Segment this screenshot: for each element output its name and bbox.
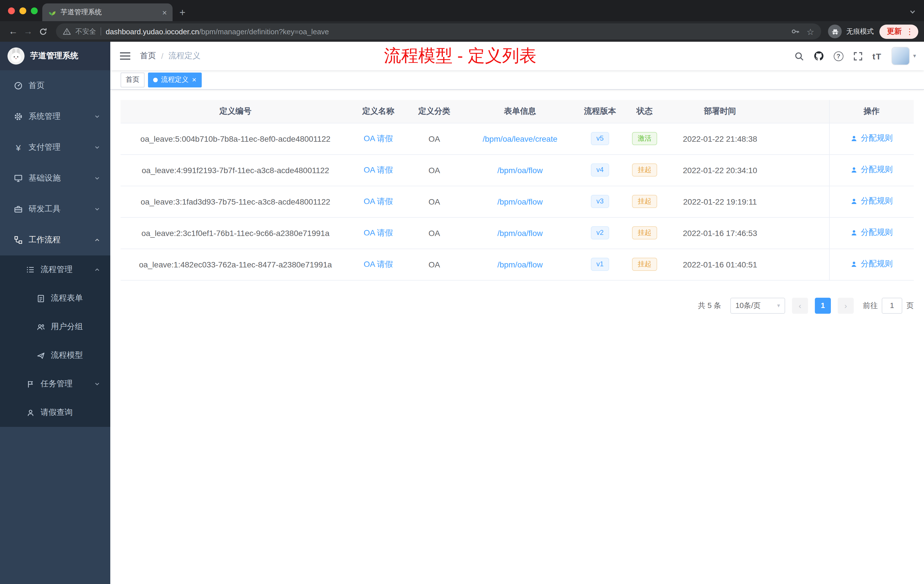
chevron-down-icon: [94, 145, 100, 150]
definition-name-link[interactable]: OA 请假: [364, 228, 393, 237]
gear-icon: [14, 112, 23, 121]
sidebar-item-label: 工作流程: [28, 235, 61, 245]
browser-toolbar: ← → 不安全 dashboard.yudao.iocoder.cn/bpm/m…: [0, 21, 924, 42]
definition-id-cell: oa_leave:3:1fad3d93-7b75-11ec-a3c8-acde4…: [120, 186, 350, 217]
update-button[interactable]: 更新 ⋮: [879, 24, 918, 39]
filler-cell: [773, 154, 829, 186]
fullscreen-icon[interactable]: [853, 51, 863, 61]
status-badge: 挂起: [632, 258, 657, 271]
version-badge: v5: [591, 132, 609, 145]
sidebar-item-payment[interactable]: ¥ 支付管理: [0, 132, 110, 163]
form-info-link[interactable]: /bpm/oa/leave/create: [483, 134, 558, 143]
help-icon[interactable]: ?: [834, 51, 843, 61]
assign-rule-link[interactable]: 分配规则: [851, 134, 893, 144]
definition-name-link[interactable]: OA 请假: [364, 196, 393, 205]
bookmark-star-icon[interactable]: ☆: [807, 27, 814, 36]
chevron-up-icon: [94, 237, 100, 243]
sidebar-item-task-management[interactable]: 任务管理: [0, 370, 110, 398]
sidebar-item-system[interactable]: 系统管理: [0, 101, 110, 132]
version-badge: v1: [591, 258, 609, 271]
breadcrumb-current: 流程定义: [168, 51, 201, 61]
sidebar-item-workflow[interactable]: 工作流程: [0, 224, 110, 256]
chevron-down-icon: [94, 206, 100, 212]
caret-down-icon: ▾: [777, 303, 780, 308]
close-icon[interactable]: ×: [192, 76, 196, 83]
assign-rule-link[interactable]: 分配规则: [851, 165, 893, 175]
navbar-actions: ? tT ▾: [794, 47, 924, 65]
assign-rule-link[interactable]: 分配规则: [851, 259, 893, 269]
assign-rule-link[interactable]: 分配规则: [851, 228, 893, 238]
status-badge: 激活: [632, 132, 657, 145]
tag-home[interactable]: 首页: [120, 72, 145, 87]
password-key-icon[interactable]: [790, 27, 800, 36]
form-info-link[interactable]: /bpm/oa/flow: [497, 260, 543, 269]
goto-page-input[interactable]: [882, 297, 902, 313]
sidebar-item-label: 研发工具: [28, 204, 61, 214]
sidebar-item-process-management[interactable]: 流程管理: [0, 256, 110, 284]
chevron-down-icon: [94, 114, 100, 119]
sidebar-item-label: 流程模型: [51, 350, 83, 361]
new-tab-button[interactable]: +: [180, 7, 185, 18]
back-button[interactable]: ←: [6, 24, 21, 39]
status-badge: 挂起: [632, 163, 657, 177]
address-bar[interactable]: 不安全 dashboard.yudao.iocoder.cn/bpm/manag…: [56, 23, 821, 40]
prev-page-button[interactable]: ‹: [792, 297, 808, 313]
tab-title: 芋道管理系统: [61, 7, 158, 17]
tab-search-icon[interactable]: [909, 7, 916, 18]
reload-button[interactable]: [35, 24, 50, 39]
page-size-select[interactable]: 10条/页 ▾: [730, 297, 785, 313]
version-badge: v2: [591, 226, 609, 239]
assign-rule-link[interactable]: 分配规则: [851, 196, 893, 206]
sidebar-logo[interactable]: 芋道管理系统: [0, 42, 110, 70]
definition-id-cell: oa_leave:2:3c1f0ef1-76b1-11ec-9c66-a2380…: [120, 217, 350, 249]
form-info-link[interactable]: /bpm/oa/flow: [497, 165, 543, 175]
minimize-window-button[interactable]: [20, 7, 26, 14]
logo-image: [7, 48, 25, 64]
page-size-value: 10条/页: [736, 300, 761, 310]
forward-button[interactable]: →: [21, 24, 35, 39]
page-number-button[interactable]: 1: [815, 297, 831, 313]
url-text: dashboard.yudao.iocoder.cn/bpm/manager/d…: [106, 27, 329, 36]
sidebar-item-process-form[interactable]: 流程表单: [0, 284, 110, 313]
definition-name-link[interactable]: OA 请假: [364, 259, 393, 268]
github-icon[interactable]: [814, 51, 824, 61]
hamburger-icon[interactable]: [110, 51, 140, 61]
sidebar-item-user-group[interactable]: 用户分组: [0, 313, 110, 341]
not-secure-label[interactable]: 不安全: [76, 26, 96, 36]
close-window-button[interactable]: [8, 7, 15, 14]
definition-name-link[interactable]: OA 请假: [364, 165, 393, 174]
table-row: oa_leave:3:1fad3d93-7b75-11ec-a3c8-acde4…: [120, 186, 914, 217]
table-header-row: 定义编号 定义名称 定义分类 表单信息 流程版本 状态 部署时间 操作: [120, 100, 914, 123]
zoom-window-button[interactable]: [31, 7, 38, 14]
tag-process-definition[interactable]: 流程定义 ×: [148, 72, 201, 87]
category-cell: OA: [406, 154, 462, 186]
version-badge: v4: [591, 163, 609, 177]
form-info-link[interactable]: /bpm/oa/flow: [497, 197, 543, 206]
sidebar-item-leave-query[interactable]: 请假查询: [0, 398, 110, 427]
incognito-indicator: 无痕模式: [828, 25, 874, 38]
tag-label: 首页: [126, 75, 139, 84]
form-info-link[interactable]: /bpm/oa/flow: [497, 228, 543, 238]
sidebar-item-infrastructure[interactable]: 基础设施: [0, 163, 110, 194]
browser-menu-icon[interactable]: ⋮: [906, 27, 914, 35]
font-size-icon[interactable]: tT: [873, 51, 882, 61]
incognito-icon: [828, 25, 842, 38]
definition-name-link[interactable]: OA 请假: [364, 134, 393, 143]
table-row: oa_leave:2:3c1f0ef1-76b1-11ec-9c66-a2380…: [120, 217, 914, 249]
form-icon: [36, 294, 45, 303]
user-avatar[interactable]: ▾: [891, 47, 916, 65]
sidebar-item-process-model[interactable]: 流程模型: [0, 341, 110, 370]
app-title: 芋道管理系统: [30, 51, 78, 61]
search-icon[interactable]: [794, 51, 804, 61]
breadcrumb-home[interactable]: 首页: [140, 51, 156, 61]
chevron-up-icon: [94, 267, 100, 272]
tab-close-icon[interactable]: ×: [162, 8, 167, 16]
next-page-button[interactable]: ›: [838, 297, 854, 313]
browser-tab[interactable]: 芋道管理系统 ×: [42, 3, 173, 21]
deploy-time-cell: 2022-01-22 20:34:10: [667, 154, 773, 186]
sidebar-item-label: 流程表单: [51, 293, 83, 304]
filler-cell: [773, 217, 829, 249]
sidebar-item-devtools[interactable]: 研发工具: [0, 194, 110, 224]
assign-rule-label: 分配规则: [861, 196, 893, 206]
sidebar-item-home[interactable]: 首页: [0, 70, 110, 101]
